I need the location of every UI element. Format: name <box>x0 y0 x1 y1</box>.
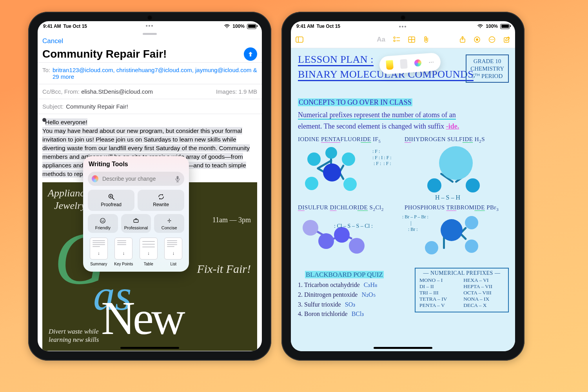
professional-button[interactable]: Professional <box>121 214 151 233</box>
microphone-icon[interactable] <box>175 176 180 182</box>
poster-fixit: Fix-it Fair! <box>197 261 251 278</box>
table-card[interactable]: ↓ Table <box>138 238 160 266</box>
note-canvas[interactable]: LESSON PLAN : BINARY MOLECULAR COMPOUNDS… <box>291 48 515 351</box>
svg-point-11 <box>169 221 170 222</box>
poster-tagline: Divert waste while learning new skills <box>49 327 115 344</box>
svg-point-25 <box>490 39 491 40</box>
compound3-label: DISULFUR DICHLORIDE S2Cl2 <box>298 204 384 212</box>
battery-percent: 100% <box>486 24 498 29</box>
lewis-s2cl2: : Cl – S – S – Cl : <box>334 223 373 229</box>
proofread-button[interactable]: Proofread <box>88 190 134 211</box>
apple-intelligence-icon <box>92 175 98 182</box>
camera-dot <box>148 16 152 20</box>
svg-line-2 <box>112 198 114 200</box>
poster-time: 11am — 3pm <box>212 215 251 225</box>
eraser-tool-icon[interactable] <box>400 59 408 69</box>
wifi-icon <box>477 24 483 29</box>
summary-card[interactable]: ↓ Summary <box>88 238 110 266</box>
status-date: Tue Oct 15 <box>317 24 340 29</box>
table-icon[interactable] <box>408 36 415 43</box>
svg-rect-0 <box>177 176 179 180</box>
writing-tools-input[interactable] <box>88 172 184 186</box>
subject-field[interactable]: Community Repair Fair! <box>66 103 128 110</box>
compound1-label: IODINE PENTAFLUORIDE IF5 <box>298 136 381 143</box>
briefcase-icon <box>132 217 140 224</box>
svg-point-5 <box>100 218 105 223</box>
home-indicator[interactable] <box>374 347 432 349</box>
send-button[interactable] <box>244 47 257 61</box>
format-aa[interactable]: Aa <box>377 36 385 44</box>
compound2-label: DIHYDROGEN SULFIDE H2S <box>405 136 485 143</box>
list-card[interactable]: ↓ List <box>163 238 185 266</box>
lewis-h2s: H – S – H <box>435 194 460 201</box>
share-icon[interactable] <box>459 36 466 43</box>
apple-intelligence-icon[interactable] <box>474 36 481 43</box>
grade-box: GRADE 10 CHEMISTRY 5ᵀᴴ PERIOD <box>466 54 509 83</box>
friendly-button[interactable]: Friendly <box>88 214 118 233</box>
status-time: 9:41 AM <box>296 24 314 29</box>
checklist-icon[interactable] <box>393 36 400 43</box>
smile-icon <box>99 217 106 224</box>
writing-tools-title: Writing Tools <box>89 161 184 168</box>
keypoints-card[interactable]: ↓ Key Points <box>113 238 135 266</box>
svg-point-23 <box>476 38 478 41</box>
compound4-label: PHOSPHORUS TRIBROMIDE PBr3 <box>405 204 499 212</box>
compose-icon[interactable] <box>503 36 510 43</box>
ipad-notes: 9:41 AM Tue Oct 15 ••• 100% Aa <box>281 12 524 361</box>
ccbcc-label: Cc/Bcc, From: <box>42 88 80 95</box>
color-picker-icon[interactable] <box>414 59 422 67</box>
home-indicator[interactable] <box>120 347 179 349</box>
status-time: 9:41 AM <box>43 24 61 29</box>
multitask-dots-icon[interactable]: ••• <box>146 23 154 29</box>
svg-point-16 <box>394 40 395 42</box>
prefix-table: — NUMERICAL PREFIXES — MONO – IHEXA – VI… <box>415 268 509 312</box>
sidebar-toggle-icon[interactable] <box>296 36 303 43</box>
magnifier-icon <box>108 193 115 200</box>
lewis-if5: : F : : F : I : F : : F : : F : <box>372 149 392 167</box>
palette-more-icon[interactable]: ··· <box>428 58 434 66</box>
more-icon[interactable] <box>488 36 495 43</box>
camera-dot <box>401 16 405 20</box>
status-date: Tue Oct 15 <box>64 24 87 29</box>
rewrite-icon <box>158 193 165 200</box>
notes-screen: 9:41 AM Tue Oct 15 ••• 100% Aa <box>291 21 515 351</box>
status-bar: 9:41 AM Tue Oct 15 ••• 100% <box>291 21 515 31</box>
images-size: Images: 1.9 MB <box>216 88 257 95</box>
pen-tool-icon[interactable] <box>386 60 394 70</box>
battery-icon <box>247 24 256 29</box>
to-field[interactable]: britran123@icloud.com, christinehuang7@i… <box>53 67 257 80</box>
svg-rect-12 <box>296 37 303 42</box>
molecule-pbr3 <box>423 214 489 261</box>
status-bar: 9:41 AM Tue Oct 15 ••• 100% <box>38 21 262 31</box>
notes-toolbar: Aa <box>291 31 515 48</box>
svg-rect-28 <box>504 38 509 42</box>
battery-percent: 100% <box>232 24 245 29</box>
svg-point-6 <box>102 220 102 220</box>
svg-point-10 <box>169 219 170 220</box>
molecule-s2cl2 <box>300 214 367 258</box>
concise-button[interactable]: Concise <box>154 214 184 233</box>
mail-screen: 9:41 AM Tue Oct 15 ••• 100% Cancel Commu… <box>38 21 262 351</box>
from-field[interactable]: elisha.StDenis@icloud.com <box>81 88 153 95</box>
svg-point-14 <box>394 37 395 38</box>
subject-label: Subject: <box>42 103 64 110</box>
svg-point-26 <box>492 39 492 40</box>
quiz-list: 1. Tricarbon octahydride C₃H₈2. Dinitrog… <box>298 280 379 319</box>
concise-icon <box>166 217 173 224</box>
note-title-1: LESSON PLAN : <box>298 54 374 65</box>
svg-point-7 <box>103 220 104 220</box>
molecule-if5 <box>303 146 365 197</box>
battery-icon <box>500 24 510 29</box>
wifi-icon <box>224 24 230 29</box>
quiz-heading: BLACKBOARD POP QUIZ <box>305 271 384 279</box>
compose-title: Community Repair Fair! <box>42 48 167 60</box>
describe-change-field[interactable] <box>102 175 172 182</box>
cancel-button[interactable]: Cancel <box>42 37 63 45</box>
multitask-dots-icon[interactable]: ••• <box>399 24 407 30</box>
sheet-grabber[interactable] <box>143 33 157 35</box>
rewrite-button[interactable]: Rewrite <box>138 190 184 211</box>
svg-point-27 <box>493 39 494 40</box>
concepts-paragraph: Numerical prefixes represent the number … <box>298 109 508 132</box>
concepts-heading: CONCEPTS TO GO OVER IN CLASS <box>298 98 412 107</box>
attachment-icon[interactable] <box>423 36 429 43</box>
